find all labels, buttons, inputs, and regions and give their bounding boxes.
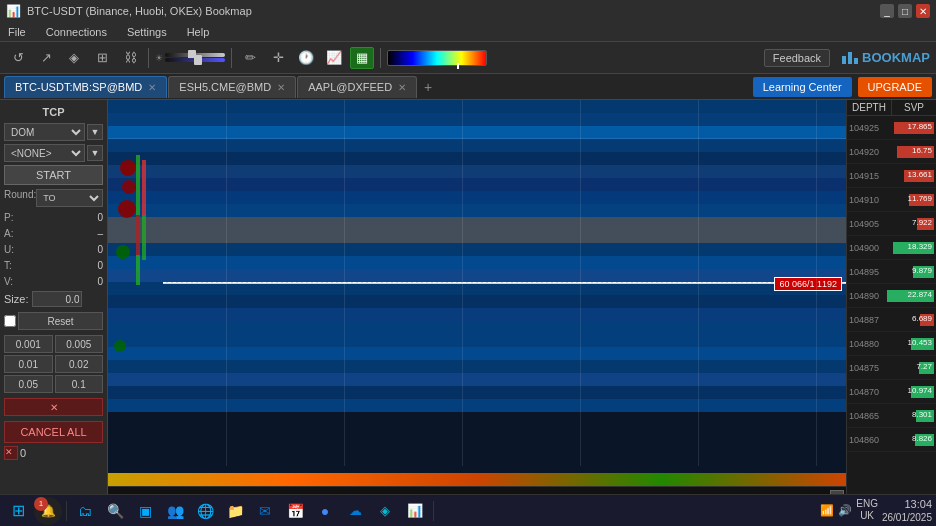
cancel-all-button[interactable]: CANCEL ALL [4,421,103,443]
slider-bottom[interactable] [165,58,225,62]
crosshair-button[interactable]: ✛ [266,47,290,69]
qty-002[interactable]: 0.02 [55,355,104,373]
taskbar-bookmap[interactable]: 📊 [401,497,429,525]
taskbar-teams[interactable]: 👥 [161,497,189,525]
depth-tab[interactable]: DEPTH [847,100,892,115]
depth-price-label: 104865 [849,411,887,421]
taskbar-folders[interactable]: 📁 [221,497,249,525]
minimize-button[interactable]: _ [880,4,894,18]
tab-btcusdt[interactable]: BTC-USDT:MB:SP@BMD ✕ [4,76,167,98]
dom-icon-btn[interactable]: ▼ [87,124,103,140]
feedback-button[interactable]: Feedback [764,49,830,67]
depth-price-label: 104900 [849,243,887,253]
x-button[interactable]: ✕ [4,398,103,416]
depth-row: 10492517.865 [847,116,936,140]
depth-value: 9.879 [912,266,932,275]
hm-row-19 [108,347,846,360]
svp-tab[interactable]: SVP [892,100,936,115]
depth-bar: 16.75 [887,144,934,160]
taskbar-onedrive[interactable]: ☁ [341,497,369,525]
qty-001[interactable]: 0.01 [4,355,53,373]
taskbar-edge[interactable]: 🌐 [191,497,219,525]
tab-esh5-close[interactable]: ✕ [277,82,285,93]
separator-1 [148,48,149,68]
none-icon-btn[interactable]: ▼ [87,145,103,161]
depth-value: 22.874 [908,290,932,299]
qty-0005[interactable]: 0.005 [55,335,104,353]
depth-row: 1049057.922 [847,212,936,236]
hm-row-11 [108,243,846,256]
round-row: Round: TO [4,188,103,208]
hm-row-13 [108,269,846,282]
tab-aapl-close[interactable]: ✕ [398,82,406,93]
none-select[interactable]: <NONE> [4,144,85,162]
learning-center-button[interactable]: Learning Center [753,77,852,97]
reset-button[interactable]: Reset [18,312,103,330]
clock-date: 26/01/2025 [882,511,932,524]
lang-label: ENG [856,498,878,510]
qty-0001[interactable]: 0.001 [4,335,53,353]
qty-005[interactable]: 0.05 [4,375,53,393]
pencil-button[interactable]: ✏ [238,47,262,69]
taskbar-mail[interactable]: ✉ [251,497,279,525]
depth-bar: 8.826 [887,432,934,448]
grid-v6 [816,100,817,466]
depth-price-label: 104910 [849,195,887,205]
upgrade-button[interactable]: UPGRADE [858,77,932,97]
clock-button[interactable]: 🕐 [294,47,318,69]
start-button[interactable]: START [4,165,103,185]
size-input[interactable] [32,291,82,307]
depth-price-label: 104880 [849,339,887,349]
grid-button[interactable]: ▦ [350,47,374,69]
link-button[interactable]: ⛓ [118,47,142,69]
depth-row: 10490018.329 [847,236,936,260]
dom-select[interactable]: DOM [4,123,85,141]
depth-rows: 10492517.86510492016.7510491513.66110491… [847,116,936,506]
taskbar-terminal[interactable]: ▣ [131,497,159,525]
filter-button[interactable]: ◈ [62,47,86,69]
label-u: U: [4,244,14,255]
size-checkbox[interactable] [4,315,16,327]
menu-help[interactable]: Help [183,26,214,38]
tree-button[interactable]: ⊞ [90,47,114,69]
tab-aapl-label: AAPL@DXFEED [308,81,392,93]
color-gradient[interactable] [387,50,487,66]
x-cancel-row: ✕ [4,398,103,416]
menu-connections[interactable]: Connections [42,26,111,38]
depth-price-label: 104895 [849,267,887,277]
depth-value: 6.689 [912,314,932,323]
depth-row: 10491011.769 [847,188,936,212]
close-button[interactable]: ✕ [916,4,930,18]
tab-aapl[interactable]: AAPL@DXFEED ✕ [297,76,417,98]
toolbar: ↺ ↗ ◈ ⊞ ⛓ ☀ ✏ ✛ 🕐 📈 ▦ Feedback BOOKMAP [0,42,936,74]
tab-esh5[interactable]: ESH5.CME@BMD ✕ [168,76,296,98]
tab-add-button[interactable]: + [418,76,438,98]
round-select[interactable]: TO [36,189,103,207]
hm-row-4 [108,152,846,165]
share-button[interactable]: ↗ [34,47,58,69]
menu-settings[interactable]: Settings [123,26,171,38]
menu-file[interactable]: File [4,26,30,38]
bookmap-logo: BOOKMAP [842,50,930,65]
refresh-button[interactable]: ↺ [6,47,30,69]
depth-row: 10492016.75 [847,140,936,164]
hm-row-2 [108,126,846,139]
taskbar-explorer[interactable]: 🗂 [71,497,99,525]
chart-button[interactable]: 📈 [322,47,346,69]
tab-btcusdt-close[interactable]: ✕ [148,82,156,93]
maximize-button[interactable]: □ [898,4,912,18]
hm-row-15 [108,295,846,308]
hm-row-20 [108,360,846,373]
value-a: – [97,228,103,239]
taskbar-app7[interactable]: ◈ [371,497,399,525]
start-menu-button[interactable]: ⊞ [4,497,32,525]
brightness-control[interactable]: ☀ [155,53,225,63]
chart-canvas: // Will be rendered via inline styles be… [108,100,846,506]
taskbar-chrome[interactable]: ● [311,497,339,525]
pos-x-button[interactable]: ✕ [4,446,18,460]
depth-value: 10.453 [908,338,932,347]
chart-area[interactable]: // Will be rendered via inline styles be… [108,100,846,506]
taskbar-search[interactable]: 🔍 [101,497,129,525]
qty-01[interactable]: 0.1 [55,375,104,393]
taskbar-calendar[interactable]: 📅 [281,497,309,525]
